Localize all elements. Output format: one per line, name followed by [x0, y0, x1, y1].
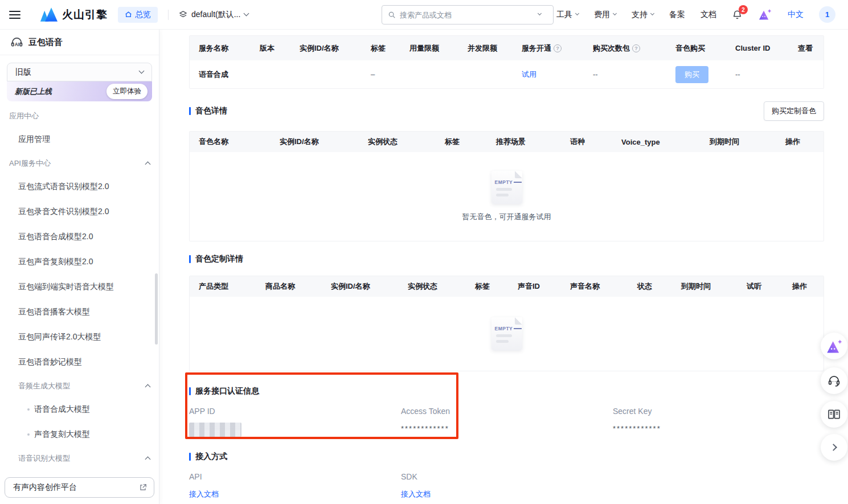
chevron-up-icon — [145, 457, 151, 462]
column-header: 产品类型 — [190, 281, 256, 292]
bullet-dot — [27, 433, 30, 436]
sidebar-group-app-center: 应用中心 — [9, 105, 150, 127]
cluster-id-cell: -- — [726, 70, 789, 79]
column-header: Voice_type — [612, 138, 700, 146]
api-access-field: API 接入文档 — [189, 472, 401, 499]
sidebar-item[interactable]: 声音复刻大模型 — [9, 422, 150, 447]
chevron-up-icon — [145, 162, 151, 167]
help-icon[interactable]: ? — [632, 44, 640, 52]
project-name: default(默认... — [191, 10, 240, 20]
project-selector[interactable]: default(默认... — [179, 10, 248, 20]
svg-text:AI: AI — [15, 42, 19, 47]
menu-tools[interactable]: 工具 — [556, 10, 579, 20]
sidebar-item[interactable]: 豆包语音妙记模型 — [9, 350, 150, 375]
column-header: 到期时间 — [672, 281, 738, 292]
sidebar-scrollbar[interactable] — [155, 273, 158, 345]
menu-billing[interactable]: 费用 — [594, 10, 616, 20]
sidebar-item[interactable]: 豆包语音播客大模型 — [9, 300, 150, 325]
chevron-down-icon — [650, 11, 654, 15]
notification-bell[interactable]: 2 — [732, 9, 743, 20]
empty-state-text: 暂无音色，可开通服务试用 — [462, 212, 551, 222]
floating-ai-assistant-button[interactable] — [821, 333, 847, 359]
help-icon[interactable]: ? — [554, 44, 562, 52]
mountain-logo-icon — [40, 7, 58, 22]
ai-assistant-icon[interactable] — [758, 9, 772, 21]
bullet-dot — [27, 408, 30, 411]
api-doc-link[interactable]: 接入文档 — [189, 489, 219, 499]
column-header: 实例ID/名称 — [290, 43, 362, 54]
new-version-banner: 新版已上线 立即体验 — [7, 81, 152, 101]
sidebar-item[interactable]: 豆包语音合成模型2.0 — [9, 224, 150, 249]
sidebar-item[interactable]: 语音合成大模型 — [9, 397, 150, 422]
open-book-icon — [827, 409, 841, 420]
chevron-right-icon — [830, 444, 837, 451]
buy-voice-button[interactable]: 购买 — [675, 66, 708, 83]
language-switch[interactable]: 中文 — [788, 10, 804, 20]
menu-beian[interactable]: 备案 — [669, 10, 685, 20]
column-header: 购买次数包? — [584, 43, 666, 54]
sidebar-item[interactable]: 豆包声音复刻模型2.0 — [9, 249, 150, 274]
column-header: 语种 — [561, 137, 612, 147]
sidebar-group-asr[interactable]: 语音识别大模型 — [9, 447, 150, 469]
overview-badge[interactable]: 总览 — [118, 7, 158, 23]
app-id-field: APP ID — [189, 407, 401, 437]
empty-state: EMPTY — [190, 297, 824, 371]
sidebar-group-api-center[interactable]: API服务中心 — [9, 152, 150, 174]
voice-custom-header: 音色定制详情 — [189, 251, 824, 268]
volcengine-logo[interactable]: 火山引擎 — [40, 7, 108, 22]
sidebar-item[interactable]: 豆包端到端实时语音大模型 — [9, 274, 150, 300]
trial-link[interactable]: 试用 — [522, 70, 536, 79]
version-select[interactable]: 旧版 — [7, 63, 152, 81]
column-header: 声音ID — [509, 281, 561, 292]
column-header: 标签 — [436, 137, 487, 147]
service-name-cell: 语音合成 — [190, 69, 251, 80]
search-input[interactable] — [400, 11, 547, 19]
hamburger-menu-icon[interactable] — [9, 11, 21, 19]
search-box[interactable] — [382, 5, 554, 24]
main-content: 服务名称 版本 实例ID/名称 标签 用量限额 并发限额 服务开通? 购买次数包… — [159, 30, 848, 504]
column-header: 音色名称 — [190, 137, 271, 147]
table-header-row: 服务名称 版本 实例ID/名称 标签 用量限额 并发限额 服务开通? 购买次数包… — [190, 36, 824, 60]
column-header: 标签 — [466, 281, 509, 292]
logo-text: 火山引擎 — [62, 7, 108, 22]
menu-docs[interactable]: 文档 — [700, 10, 716, 20]
column-header: 推荐场景 — [487, 137, 561, 147]
title-bar — [189, 255, 191, 263]
ai-mountain-icon — [826, 339, 843, 354]
sidebar-item[interactable]: 豆包同声传译2.0大模型 — [9, 325, 150, 350]
sidebar-item[interactable]: 豆包录音文件识别模型2.0 — [9, 199, 150, 224]
headset-support-icon — [827, 374, 841, 387]
overview-label: 总览 — [135, 10, 151, 20]
floating-collapse-button[interactable] — [821, 434, 847, 461]
section-title-voice-detail: 音色详情 — [189, 106, 227, 116]
product-title: 豆包语音 — [28, 37, 63, 48]
sidebar-bottom-link[interactable]: 有声内容创作平台 — [5, 477, 154, 498]
column-header: 到期时间 — [700, 137, 776, 147]
sidebar-item-app-manage[interactable]: 应用管理 — [9, 127, 150, 152]
column-header: 用量限额 — [400, 43, 458, 54]
table-header-row: 音色名称 实例ID/名称 实例状态 标签 推荐场景 语种 Voice_type … — [190, 132, 824, 152]
product-header: AI 豆包语音 — [0, 30, 159, 55]
sidebar-item[interactable]: 豆包流式语音识别模型2.0 — [9, 174, 150, 199]
buy-custom-voice-button[interactable]: 购买定制音色 — [764, 101, 824, 121]
section-title-auth: 服务接口认证信息 — [189, 386, 824, 396]
empty-document-icon: EMPTY — [491, 317, 522, 350]
column-header: 实例ID/名称 — [271, 137, 359, 147]
chevron-down-icon — [244, 11, 249, 17]
top-navbar: 火山引擎 总览 default(默认... 企业 工具 费用 支持 备案 文档 … — [0, 0, 848, 30]
voice-detail-table: 音色名称 实例ID/名称 实例状态 标签 推荐场景 语种 Voice_type … — [189, 131, 824, 241]
floating-docs-button[interactable] — [821, 401, 847, 428]
search-icon — [388, 11, 396, 19]
try-now-button[interactable]: 立即体验 — [106, 84, 148, 99]
section-title-access: 接入方式 — [189, 452, 824, 462]
package-cell: -- — [584, 70, 666, 79]
floating-support-button[interactable] — [821, 367, 847, 394]
column-header: 服务名称 — [190, 43, 251, 54]
sidebar-group-audio-gen[interactable]: 音频生成大模型 — [9, 375, 150, 397]
column-header: 标签 — [362, 43, 400, 54]
auth-info-grid: APP ID Access Token ************ Secret … — [189, 407, 824, 437]
menu-support[interactable]: 支持 — [632, 10, 654, 20]
column-header: 实例ID/名称 — [322, 281, 399, 292]
sdk-doc-link[interactable]: 接入文档 — [401, 489, 431, 499]
avatar[interactable]: 1 — [819, 6, 835, 23]
